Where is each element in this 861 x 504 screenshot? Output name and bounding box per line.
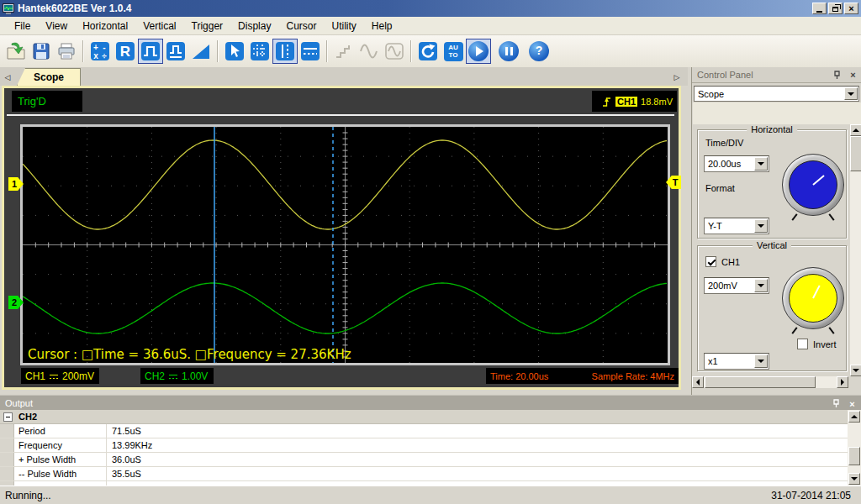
volts-div-select[interactable]: 200mV xyxy=(704,277,769,294)
scope-page: Trig'D CH1 18.8mV Cursor : □Time = 36.6u… xyxy=(2,86,681,390)
open-button[interactable] xyxy=(3,39,29,64)
restore-icon xyxy=(832,7,838,12)
restore-button[interactable] xyxy=(828,3,843,14)
panel-close-icon[interactable]: × xyxy=(848,70,858,81)
vertical-cursors-button[interactable] xyxy=(272,39,298,64)
timediv-label: Time/DIV xyxy=(705,138,743,148)
pulse-baseline-waveform-button[interactable] xyxy=(163,39,188,64)
menu-view[interactable]: View xyxy=(38,18,75,34)
reference-button[interactable]: R xyxy=(113,39,138,64)
scroll-right-icon[interactable] xyxy=(837,376,848,388)
chevron-down-icon[interactable] xyxy=(844,87,858,100)
control-panel-title: Control Panel xyxy=(697,70,753,80)
pulse-baseline-waveform-icon xyxy=(166,41,186,61)
open-icon xyxy=(6,41,26,61)
menu-utility[interactable]: Utility xyxy=(324,18,363,34)
collapse-icon[interactable] xyxy=(3,412,13,422)
output-group-label: CH2 xyxy=(18,412,37,422)
chevron-down-icon[interactable] xyxy=(754,219,768,233)
scrollbar-thumb[interactable] xyxy=(848,447,860,465)
chevron-down-icon[interactable] xyxy=(754,157,768,171)
format-select[interactable]: Y-T xyxy=(704,218,769,234)
mode-select[interactable]: Scope xyxy=(694,86,859,102)
chevron-down-icon[interactable] xyxy=(754,279,768,292)
output-group-row[interactable]: CH2 xyxy=(0,410,848,424)
output-row-value: 13.99KHz xyxy=(107,438,152,452)
svg-text:x: x xyxy=(93,51,98,60)
row-gutter xyxy=(0,453,14,466)
volts-div-value: 200mV xyxy=(708,281,737,291)
scroll-up-icon[interactable] xyxy=(850,124,861,136)
tab-scope[interactable]: Scope xyxy=(17,68,81,86)
separator-line xyxy=(7,114,674,116)
ch1-checkbox[interactable] xyxy=(705,256,716,267)
scope-display[interactable]: Cursor : □Time = 36.6uS. □Frequency = 27… xyxy=(20,124,670,365)
timebase-value: Time: 20.00us xyxy=(490,371,548,381)
auto-button[interactable]: AU TO xyxy=(441,39,466,64)
menu-trigger[interactable]: Trigger xyxy=(184,18,231,34)
table-row[interactable]: Period 71.5uS xyxy=(0,424,848,438)
menu-display[interactable]: Display xyxy=(230,18,278,34)
start-button[interactable] xyxy=(466,39,491,64)
close-button[interactable]: × xyxy=(844,3,858,14)
menu-help[interactable]: Help xyxy=(364,18,400,34)
scroll-left-icon[interactable] xyxy=(692,376,704,388)
math-button[interactable]: + - x ÷ xyxy=(87,39,113,64)
control-panel-vscrollbar[interactable] xyxy=(850,124,861,376)
tab-scroll-left-button[interactable]: ◁ xyxy=(2,71,13,83)
horizontal-position-knob[interactable] xyxy=(782,154,844,216)
grid-button[interactable] xyxy=(247,39,272,64)
control-panel-hscrollbar[interactable] xyxy=(692,376,848,388)
pin-icon[interactable] xyxy=(831,398,842,409)
output-row-label: Frequency xyxy=(14,438,107,452)
scrollbar-thumb[interactable] xyxy=(705,376,816,388)
scrollbar-thumb[interactable] xyxy=(850,136,861,171)
chevron-down-icon[interactable] xyxy=(754,354,768,368)
invert-checkbox[interactable] xyxy=(797,339,808,349)
toolbar-separator xyxy=(326,40,328,62)
pointer-button[interactable] xyxy=(222,39,247,64)
sine-waveform-button xyxy=(357,39,382,64)
help-button[interactable]: ? xyxy=(526,39,552,64)
output-row-label: + Pulse Width xyxy=(14,453,107,466)
ch2-scale-readout: CH2 1.00V xyxy=(140,368,214,384)
scroll-up-icon[interactable] xyxy=(848,411,860,423)
horizontal-cursors-button[interactable] xyxy=(298,39,323,64)
trigger-level: 18.8mV xyxy=(641,97,673,107)
tab-scroll-right-button[interactable]: ▷ xyxy=(671,71,683,83)
vertical-position-knob[interactable] xyxy=(782,267,844,329)
menu-cursor[interactable]: Cursor xyxy=(278,18,324,34)
pulse-waveform-button[interactable] xyxy=(138,39,163,64)
save-icon xyxy=(31,41,51,61)
sine-boxed-waveform-button xyxy=(382,39,407,64)
scroll-down-icon[interactable] xyxy=(848,473,860,485)
menu-horizontal[interactable]: Horizontal xyxy=(75,18,135,34)
minimize-button[interactable] xyxy=(812,3,827,14)
autoset-button[interactable] xyxy=(415,39,441,64)
row-gutter xyxy=(0,467,14,480)
save-button[interactable] xyxy=(29,39,54,64)
timediv-select[interactable]: 20.00us xyxy=(704,155,769,172)
output-row-value: 36.0uS xyxy=(107,453,141,466)
close-icon: × xyxy=(848,4,853,13)
trigger-channel-badge: CH1 xyxy=(615,97,637,107)
table-row[interactable]: Frequency 13.99KHz xyxy=(0,438,848,453)
svg-text:÷: ÷ xyxy=(102,51,107,60)
ramp-waveform-icon xyxy=(191,41,211,61)
probe-select[interactable]: x1 xyxy=(704,353,769,370)
pin-icon[interactable] xyxy=(832,70,843,81)
step-waveform-icon xyxy=(334,41,354,61)
ramp-waveform-button[interactable] xyxy=(188,39,214,64)
dc-coupling-icon xyxy=(169,375,177,381)
table-row[interactable]: + Pulse Width 36.0uS xyxy=(0,453,848,467)
table-row[interactable]: -- Pulse Width 35.5uS xyxy=(0,467,848,481)
output-vscrollbar[interactable] xyxy=(848,410,861,486)
scroll-down-icon[interactable] xyxy=(850,365,861,376)
print-button[interactable] xyxy=(54,39,79,64)
ch1-label: CH1 xyxy=(25,370,45,382)
menu-file[interactable]: File xyxy=(7,18,38,34)
panel-close-icon[interactable]: × xyxy=(847,398,858,409)
menu-vertical[interactable]: Vertical xyxy=(135,18,183,34)
pause-button[interactable] xyxy=(496,39,521,64)
dc-coupling-icon xyxy=(50,375,58,381)
